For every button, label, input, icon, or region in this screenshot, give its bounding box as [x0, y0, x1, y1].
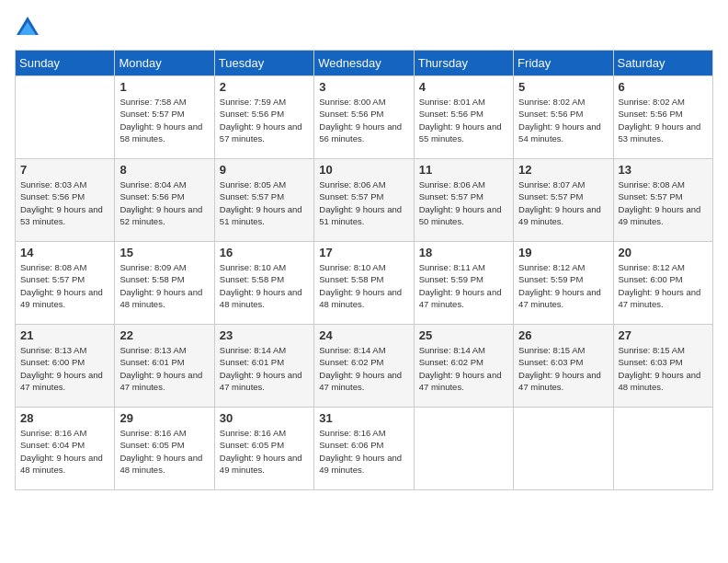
day-cell: 15Sunrise: 8:09 AMSunset: 5:58 PMDayligh… [115, 242, 214, 325]
day-cell: 29Sunrise: 8:16 AMSunset: 6:05 PMDayligh… [115, 408, 214, 490]
day-cell: 24Sunrise: 8:14 AMSunset: 6:02 PMDayligh… [314, 325, 414, 408]
col-header-sunday: Sunday [16, 51, 115, 76]
day-cell: 7Sunrise: 8:03 AMSunset: 5:56 PMDaylight… [16, 159, 115, 242]
page-header [15, 15, 713, 40]
logo-icon [15, 15, 40, 40]
week-row-2: 7Sunrise: 8:03 AMSunset: 5:56 PMDaylight… [16, 159, 713, 242]
day-info: Sunrise: 8:06 AMSunset: 5:57 PMDaylight:… [319, 178, 408, 227]
day-cell: 13Sunrise: 8:08 AMSunset: 5:57 PMDayligh… [613, 159, 712, 242]
day-number: 26 [518, 328, 608, 342]
day-number: 20 [619, 246, 708, 259]
day-cell: 27Sunrise: 8:15 AMSunset: 6:03 PMDayligh… [613, 325, 712, 408]
day-cell: 5Sunrise: 8:02 AMSunset: 5:56 PMDaylight… [514, 76, 613, 159]
day-number: 31 [319, 411, 408, 425]
day-cell: 8Sunrise: 8:04 AMSunset: 5:56 PMDaylight… [115, 159, 214, 242]
day-cell [16, 76, 115, 159]
day-number: 1 [119, 80, 209, 94]
day-info: Sunrise: 8:16 AMSunset: 6:04 PMDaylight:… [20, 427, 109, 476]
week-row-4: 21Sunrise: 8:13 AMSunset: 6:00 PMDayligh… [16, 325, 713, 408]
day-cell: 11Sunrise: 8:06 AMSunset: 5:57 PMDayligh… [414, 159, 513, 242]
day-cell: 26Sunrise: 8:15 AMSunset: 6:03 PMDayligh… [514, 325, 613, 408]
day-cell: 23Sunrise: 8:14 AMSunset: 6:01 PMDayligh… [214, 325, 313, 408]
day-number: 9 [220, 163, 309, 177]
col-header-saturday: Saturday [613, 51, 712, 76]
day-number: 17 [319, 246, 408, 259]
day-info: Sunrise: 8:08 AMSunset: 5:57 PMDaylight:… [619, 178, 708, 227]
day-info: Sunrise: 7:58 AMSunset: 5:57 PMDaylight:… [119, 96, 209, 144]
day-number: 5 [518, 80, 608, 94]
day-cell: 18Sunrise: 8:11 AMSunset: 5:59 PMDayligh… [414, 242, 513, 325]
day-info: Sunrise: 8:02 AMSunset: 5:56 PMDaylight:… [619, 96, 708, 144]
day-info: Sunrise: 8:07 AMSunset: 5:57 PMDaylight:… [518, 178, 608, 227]
day-info: Sunrise: 8:03 AMSunset: 5:56 PMDaylight:… [20, 178, 109, 227]
day-cell: 25Sunrise: 8:14 AMSunset: 6:02 PMDayligh… [414, 325, 513, 408]
day-number: 23 [220, 328, 309, 342]
header-row: SundayMondayTuesdayWednesdayThursdayFrid… [16, 51, 713, 76]
day-number: 4 [419, 80, 508, 94]
day-info: Sunrise: 8:01 AMSunset: 5:56 PMDaylight:… [419, 96, 508, 144]
col-header-monday: Monday [115, 51, 214, 76]
day-info: Sunrise: 8:16 AMSunset: 6:06 PMDaylight:… [319, 427, 408, 476]
day-info: Sunrise: 8:05 AMSunset: 5:57 PMDaylight:… [220, 178, 309, 227]
day-info: Sunrise: 8:06 AMSunset: 5:57 PMDaylight:… [419, 178, 508, 227]
day-cell: 1Sunrise: 7:58 AMSunset: 5:57 PMDaylight… [115, 76, 214, 159]
day-number: 11 [419, 163, 508, 177]
day-info: Sunrise: 8:00 AMSunset: 5:56 PMDaylight:… [319, 96, 408, 144]
day-number: 8 [119, 163, 209, 177]
day-info: Sunrise: 8:14 AMSunset: 6:02 PMDaylight:… [319, 344, 408, 393]
day-number: 7 [20, 163, 109, 177]
day-info: Sunrise: 8:15 AMSunset: 6:03 PMDaylight:… [518, 344, 608, 393]
day-number: 6 [619, 80, 708, 94]
col-header-tuesday: Tuesday [214, 51, 313, 76]
day-cell: 12Sunrise: 8:07 AMSunset: 5:57 PMDayligh… [514, 159, 613, 242]
day-cell: 4Sunrise: 8:01 AMSunset: 5:56 PMDaylight… [414, 76, 513, 159]
day-cell: 14Sunrise: 8:08 AMSunset: 5:57 PMDayligh… [16, 242, 115, 325]
day-info: Sunrise: 8:13 AMSunset: 6:00 PMDaylight:… [20, 344, 109, 393]
day-cell: 22Sunrise: 8:13 AMSunset: 6:01 PMDayligh… [115, 325, 214, 408]
day-cell: 6Sunrise: 8:02 AMSunset: 5:56 PMDaylight… [613, 76, 712, 159]
day-info: Sunrise: 8:12 AMSunset: 5:59 PMDaylight:… [518, 261, 608, 310]
day-info: Sunrise: 8:11 AMSunset: 5:59 PMDaylight:… [419, 261, 508, 310]
day-info: Sunrise: 8:15 AMSunset: 6:03 PMDaylight:… [619, 344, 708, 393]
day-number: 24 [319, 328, 408, 342]
col-header-friday: Friday [514, 51, 613, 76]
day-cell: 28Sunrise: 8:16 AMSunset: 6:04 PMDayligh… [16, 408, 115, 490]
day-cell: 20Sunrise: 8:12 AMSunset: 6:00 PMDayligh… [613, 242, 712, 325]
day-cell: 9Sunrise: 8:05 AMSunset: 5:57 PMDaylight… [214, 159, 313, 242]
day-info: Sunrise: 8:12 AMSunset: 6:00 PMDaylight:… [619, 261, 708, 310]
day-info: Sunrise: 8:10 AMSunset: 5:58 PMDaylight:… [319, 261, 408, 310]
day-info: Sunrise: 8:16 AMSunset: 6:05 PMDaylight:… [119, 427, 209, 476]
week-row-5: 28Sunrise: 8:16 AMSunset: 6:04 PMDayligh… [16, 408, 713, 490]
week-row-1: 1Sunrise: 7:58 AMSunset: 5:57 PMDaylight… [16, 76, 713, 159]
day-cell [514, 408, 613, 490]
day-cell [613, 408, 712, 490]
week-row-3: 14Sunrise: 8:08 AMSunset: 5:57 PMDayligh… [16, 242, 713, 325]
day-number: 28 [20, 411, 109, 425]
day-number: 30 [220, 411, 309, 425]
day-number: 3 [319, 80, 408, 94]
day-number: 29 [119, 411, 209, 425]
day-info: Sunrise: 7:59 AMSunset: 5:56 PMDaylight:… [220, 96, 309, 144]
day-number: 22 [119, 328, 209, 342]
day-cell: 3Sunrise: 8:00 AMSunset: 5:56 PMDaylight… [314, 76, 414, 159]
day-cell: 30Sunrise: 8:16 AMSunset: 6:05 PMDayligh… [214, 408, 313, 490]
day-number: 12 [518, 163, 608, 177]
day-number: 21 [20, 328, 109, 342]
day-info: Sunrise: 8:14 AMSunset: 6:02 PMDaylight:… [419, 344, 508, 393]
day-info: Sunrise: 8:13 AMSunset: 6:01 PMDaylight:… [119, 344, 209, 393]
day-number: 2 [220, 80, 309, 94]
day-cell: 16Sunrise: 8:10 AMSunset: 5:58 PMDayligh… [214, 242, 313, 325]
day-cell: 19Sunrise: 8:12 AMSunset: 5:59 PMDayligh… [514, 242, 613, 325]
day-number: 27 [619, 328, 708, 342]
day-number: 15 [119, 246, 209, 259]
day-cell: 2Sunrise: 7:59 AMSunset: 5:56 PMDaylight… [214, 76, 313, 159]
day-info: Sunrise: 8:10 AMSunset: 5:58 PMDaylight:… [220, 261, 309, 310]
day-info: Sunrise: 8:08 AMSunset: 5:57 PMDaylight:… [20, 261, 109, 310]
day-cell: 10Sunrise: 8:06 AMSunset: 5:57 PMDayligh… [314, 159, 414, 242]
col-header-wednesday: Wednesday [314, 51, 414, 76]
day-info: Sunrise: 8:16 AMSunset: 6:05 PMDaylight:… [220, 427, 309, 476]
day-number: 14 [20, 246, 109, 259]
day-number: 25 [419, 328, 508, 342]
day-cell: 17Sunrise: 8:10 AMSunset: 5:58 PMDayligh… [314, 242, 414, 325]
day-info: Sunrise: 8:02 AMSunset: 5:56 PMDaylight:… [518, 96, 608, 144]
